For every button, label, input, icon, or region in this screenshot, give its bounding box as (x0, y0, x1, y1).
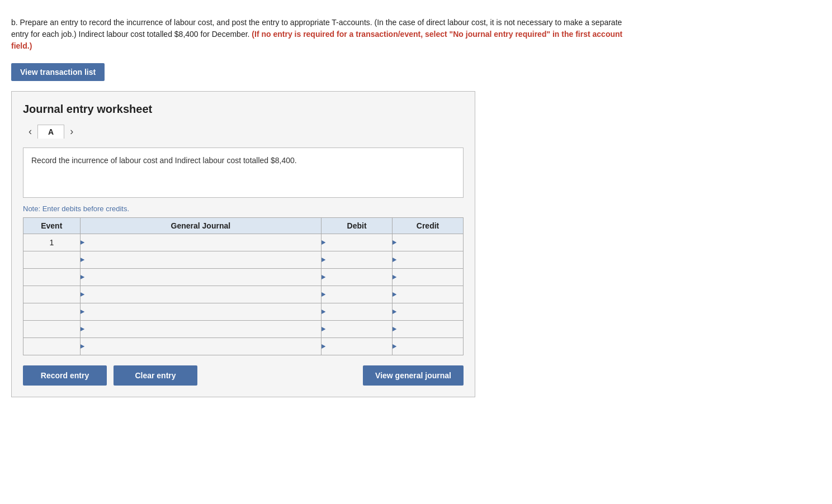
event-cell-4 (23, 286, 81, 303)
gj-input-2[interactable] (86, 251, 321, 268)
credit-cell-7[interactable] (393, 338, 464, 355)
event-cell-7 (23, 338, 81, 355)
gj-cell-3[interactable] (80, 269, 322, 286)
prev-tab-arrow[interactable]: ‹ (23, 126, 37, 137)
worksheet-title: Journal entry worksheet (23, 103, 464, 116)
gj-cell-7[interactable] (80, 338, 322, 355)
gj-cell-1[interactable] (80, 234, 322, 251)
event-cell-6 (23, 321, 81, 338)
gj-cell-4[interactable] (80, 286, 322, 303)
debit-cell-3[interactable] (322, 269, 393, 286)
debit-cell-6[interactable] (322, 321, 393, 338)
debit-input-5[interactable] (327, 303, 392, 320)
credit-cell-4[interactable] (393, 286, 464, 303)
next-tab-arrow[interactable]: › (64, 126, 79, 137)
debit-indicator-5 (322, 310, 325, 314)
credit-cell-2[interactable] (393, 251, 464, 269)
row-indicator-6 (81, 327, 85, 331)
debit-cell-1[interactable] (322, 234, 393, 251)
gj-input-7[interactable] (86, 338, 321, 355)
gj-input-1[interactable] (86, 234, 321, 251)
credit-input-2[interactable] (398, 251, 463, 268)
credit-cell-6[interactable] (393, 321, 464, 338)
view-general-journal-button[interactable]: View general journal (363, 365, 464, 386)
gj-input-5[interactable] (86, 303, 321, 320)
debit-input-3[interactable] (327, 269, 392, 286)
worksheet-description: Record the incurrence of labour cost and… (23, 148, 464, 198)
debit-indicator-4 (322, 292, 325, 297)
row-indicator-1 (81, 240, 85, 245)
table-row (23, 338, 464, 355)
table-row (23, 303, 464, 321)
gj-input-3[interactable] (86, 269, 321, 286)
col-header-credit: Credit (393, 218, 464, 234)
debit-cell-4[interactable] (322, 286, 393, 303)
credit-indicator-2 (393, 258, 396, 262)
clear-entry-button[interactable]: Clear entry (114, 365, 197, 386)
journal-entry-worksheet: Journal entry worksheet ‹ A › Record the… (11, 91, 475, 397)
debit-indicator-1 (322, 240, 325, 245)
table-row (23, 286, 464, 303)
row-indicator-2 (81, 258, 85, 262)
event-cell-3 (23, 269, 81, 286)
debit-input-1[interactable] (327, 234, 392, 251)
view-transaction-list-button[interactable]: View transaction list (11, 63, 105, 81)
credit-cell-5[interactable] (393, 303, 464, 321)
gj-cell-5[interactable] (80, 303, 322, 321)
row-indicator-4 (81, 292, 85, 297)
gj-cell-6[interactable] (80, 321, 322, 338)
tab-navigation: ‹ A › (23, 125, 464, 139)
col-header-event: Event (23, 218, 81, 234)
table-row (23, 321, 464, 338)
credit-input-6[interactable] (398, 321, 463, 337)
table-row (23, 269, 464, 286)
credit-cell-1[interactable] (393, 234, 464, 251)
debit-indicator-2 (322, 258, 325, 262)
credit-input-1[interactable] (398, 234, 463, 251)
debit-cell-7[interactable] (322, 338, 393, 355)
credit-indicator-4 (393, 292, 396, 297)
credit-cell-3[interactable] (393, 269, 464, 286)
gj-input-4[interactable] (86, 286, 321, 303)
record-entry-button[interactable]: Record entry (23, 365, 107, 386)
col-header-debit: Debit (322, 218, 393, 234)
debit-cell-2[interactable] (322, 251, 393, 269)
gj-input-6[interactable] (86, 321, 321, 337)
row-indicator-5 (81, 310, 85, 314)
debit-indicator-3 (322, 275, 325, 279)
journal-table: Event General Journal Debit Credit 1 (23, 217, 464, 355)
tab-a[interactable]: A (37, 125, 64, 139)
gj-cell-2[interactable] (80, 251, 322, 269)
table-row (23, 251, 464, 269)
debit-indicator-6 (322, 327, 325, 331)
event-cell-5 (23, 303, 81, 321)
table-row: 1 (23, 234, 464, 251)
credit-indicator-5 (393, 310, 396, 314)
debit-indicator-7 (322, 344, 325, 349)
debit-input-4[interactable] (327, 286, 392, 303)
credit-input-3[interactable] (398, 269, 463, 286)
credit-input-7[interactable] (398, 338, 463, 355)
note-text: Note: Enter debits before credits. (23, 205, 464, 213)
event-cell-2 (23, 251, 81, 269)
row-indicator-3 (81, 275, 85, 279)
credit-indicator-7 (393, 344, 396, 349)
credit-input-5[interactable] (398, 303, 463, 320)
debit-input-2[interactable] (327, 251, 392, 268)
col-header-general-journal: General Journal (80, 218, 322, 234)
debit-input-6[interactable] (327, 321, 392, 337)
event-cell-1: 1 (23, 234, 81, 251)
row-indicator-7 (81, 344, 85, 349)
credit-indicator-6 (393, 327, 396, 331)
credit-indicator-3 (393, 275, 396, 279)
debit-cell-5[interactable] (322, 303, 393, 321)
credit-indicator-1 (393, 240, 396, 245)
question-text: b. Prepare an entry to record the incurr… (11, 17, 626, 52)
bottom-buttons: Record entry Clear entry View general jo… (23, 365, 464, 386)
debit-input-7[interactable] (327, 338, 392, 355)
credit-input-4[interactable] (398, 286, 463, 303)
